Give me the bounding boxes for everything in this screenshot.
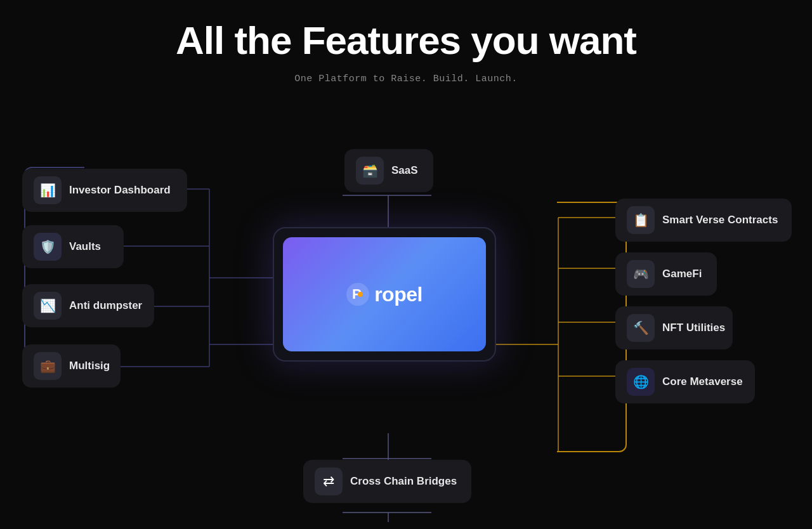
center-propel-card[interactable]: P ropel (273, 227, 496, 362)
saas-label: SaaS (391, 164, 418, 177)
cross-chain-label: Cross Chain Bridges (350, 475, 457, 488)
saas-icon: 🗃️ (356, 157, 384, 185)
cross-chain-card[interactable]: ⇄ Cross Chain Bridges (303, 460, 471, 503)
subtitle: One Platform to Raise. Build. Launch. (176, 74, 636, 84)
core-metaverse-label: Core Metaverse (662, 376, 743, 388)
investor-dashboard-icon: 📊 (34, 176, 62, 204)
gamefi-label: GameFi (662, 268, 702, 280)
anti-dumpster-label: Anti dumpster (69, 299, 142, 312)
header: All the Features you want One Platform t… (176, 0, 636, 84)
propel-logo-background: P ropel (283, 237, 486, 351)
page-wrapper: All the Features you want One Platform t… (0, 0, 812, 529)
core-metaverse-icon: 🌐 (627, 368, 655, 396)
propel-logo-icon: P (346, 283, 369, 306)
propel-logo: P ropel (346, 283, 422, 306)
smart-verse-contracts-card[interactable]: 📋 Smart Verse Contracts (615, 199, 792, 242)
vaults-icon: 🛡️ (34, 233, 62, 261)
multisig-label: Multisig (69, 360, 110, 372)
gamefi-icon: 🎮 (627, 260, 655, 288)
nft-icon: 🔨 (627, 314, 655, 342)
multisig-icon: 💼 (34, 352, 62, 380)
anti-dumpster-icon: 📉 (34, 292, 62, 320)
smart-verse-icon: 📋 (627, 206, 655, 234)
cross-chain-icon: ⇄ (315, 467, 343, 495)
multisig-card[interactable]: 💼 Multisig (22, 344, 121, 388)
investor-dashboard-label: Investor Dashboard (69, 184, 171, 197)
saas-card[interactable]: 🗃️ SaaS (344, 149, 433, 192)
svg-point-22 (358, 292, 363, 297)
gamefi-card[interactable]: 🎮 GameFi (615, 252, 717, 296)
propel-brand-text: ropel (374, 283, 422, 306)
vaults-card[interactable]: 🛡️ Vaults (22, 225, 124, 268)
feature-diagram: 📊 Investor Dashboard 🛡️ Vaults 📉 Anti du… (0, 91, 812, 522)
main-title: All the Features you want (176, 19, 636, 62)
core-metaverse-card[interactable]: 🌐 Core Metaverse (615, 360, 755, 403)
vaults-label: Vaults (69, 240, 101, 253)
nft-label: NFT Utilities (662, 322, 725, 334)
smart-verse-label: Smart Verse Contracts (662, 214, 778, 226)
investor-dashboard-card[interactable]: 📊 Investor Dashboard (22, 169, 187, 212)
nft-utilities-card[interactable]: 🔨 NFT Utilities (615, 306, 733, 349)
anti-dumpster-card[interactable]: 📉 Anti dumpster (22, 284, 154, 327)
